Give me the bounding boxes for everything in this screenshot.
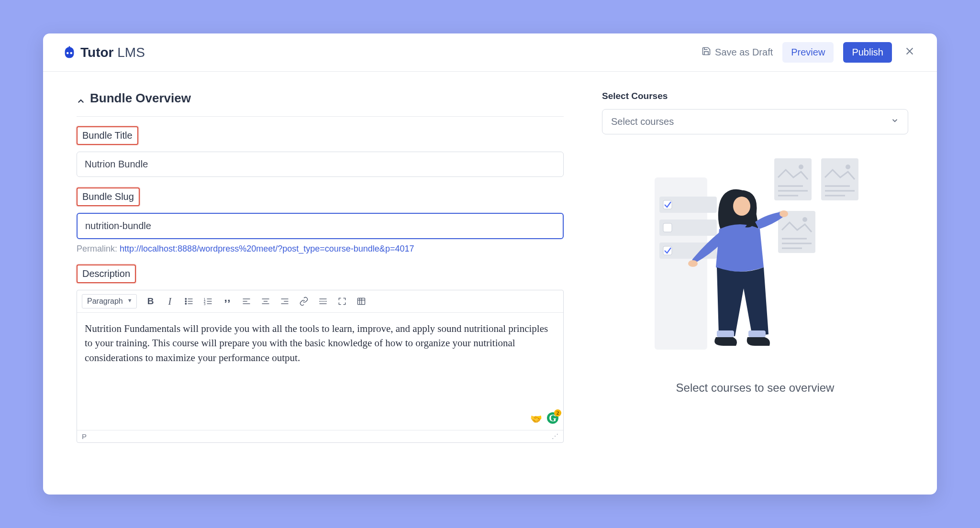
bundle-slug-label: Bundle Slug [77,187,140,206]
bundle-slug-field: Bundle Slug Permalink: http://localhost:… [77,187,564,254]
select-courses-dropdown[interactable]: Select courses [602,109,908,134]
description-field: Description Paragraph B I 123 [77,264,564,443]
brand-name-light: LMS [117,45,145,60]
editor-corner-icons: 🤝 G [530,412,558,426]
editor-content[interactable]: Nutrition Fundamentals will provide you … [77,313,563,430]
editor-path: P [82,432,87,440]
app-window: Tutor LMS Save as Draft Preview Publish [43,33,937,495]
publish-button[interactable]: Publish [843,42,892,63]
permalink-row: Permalink: http://localhost:8888/wordpre… [77,244,564,254]
svg-rect-41 [774,158,812,200]
wysiwyg-editor: Paragraph B I 123 [77,290,564,443]
svg-rect-59 [717,330,734,337]
chevron-down-icon [891,116,899,127]
svg-point-58 [780,210,788,217]
svg-rect-46 [821,158,858,200]
svg-rect-60 [748,330,766,337]
read-more-button[interactable] [318,296,328,307]
brand-name-strong: Tutor [80,45,113,60]
bundle-slug-input[interactable] [77,213,564,239]
svg-point-6 [185,298,187,300]
illustration [602,149,908,378]
svg-point-57 [688,260,698,267]
toolbar-toggle-button[interactable] [356,296,367,307]
align-left-button[interactable] [241,296,252,307]
illustration-caption: Select courses to see overview [602,381,908,395]
preview-label: Preview [791,47,825,57]
svg-text:3: 3 [204,302,206,306]
save-draft-button[interactable]: Save as Draft [702,46,773,58]
save-draft-label: Save as Draft [715,47,773,58]
svg-rect-51 [778,211,815,253]
emoji-icon[interactable]: 🤝 [530,412,542,426]
svg-point-0 [67,52,69,54]
permalink-link[interactable]: http://localhost:8888/wordpress%20meet/?… [120,244,414,253]
svg-point-56 [733,197,750,216]
blockquote-button[interactable] [222,296,233,307]
svg-rect-38 [663,223,672,232]
permalink-prefix: Permalink: [77,244,120,253]
chevron-up-icon [77,94,85,103]
top-actions: Save as Draft Preview Publish [702,42,918,63]
svg-point-10 [185,303,187,305]
resize-grip-icon[interactable]: ⋰ [552,432,558,440]
bundle-title-input[interactable] [77,152,564,177]
bundle-title-label: Bundle Title [77,126,138,145]
section-title-text: Bundle Overview [90,91,191,106]
svg-point-52 [802,217,807,222]
svg-point-8 [185,301,187,302]
format-select[interactable]: Paragraph [82,294,137,308]
publish-label: Publish [852,47,883,57]
editor-text: Nutrition Fundamentals will provide you … [85,323,548,363]
svg-rect-3 [69,46,70,48]
section-header[interactable]: Bundle Overview [77,91,564,117]
svg-point-1 [70,52,73,54]
editor-toolbar: Paragraph B I 123 [77,290,563,313]
format-select-label: Paragraph [87,297,123,305]
grammarly-icon[interactable]: G [547,412,558,424]
svg-point-42 [799,165,803,169]
fullscreen-button[interactable] [337,296,347,307]
bullet-list-button[interactable] [184,296,194,307]
align-right-button[interactable] [279,296,290,307]
right-panel: Select Courses Select courses [602,91,908,495]
content-area: Bundle Overview Bundle Title Bundle Slug… [43,72,937,495]
editor-statusbar: P ⋰ [77,430,563,442]
link-button[interactable] [299,296,309,307]
bold-button[interactable]: B [145,296,156,307]
preview-button[interactable]: Preview [782,42,834,63]
brand-logo: Tutor LMS [62,45,145,60]
brand-icon [62,45,77,60]
svg-point-47 [846,165,850,169]
bundle-title-field: Bundle Title [77,126,564,177]
select-courses-label: Select Courses [602,91,908,101]
svg-rect-30 [357,298,365,304]
align-center-button[interactable] [260,296,271,307]
close-button[interactable] [902,43,918,62]
left-panel: Bundle Overview Bundle Title Bundle Slug… [77,91,564,495]
save-icon [702,46,711,58]
select-courses-placeholder: Select courses [611,116,674,127]
numbered-list-button[interactable]: 123 [203,296,213,307]
top-bar: Tutor LMS Save as Draft Preview Publish [43,33,937,72]
description-label: Description [77,264,136,283]
italic-button[interactable]: I [165,296,175,307]
